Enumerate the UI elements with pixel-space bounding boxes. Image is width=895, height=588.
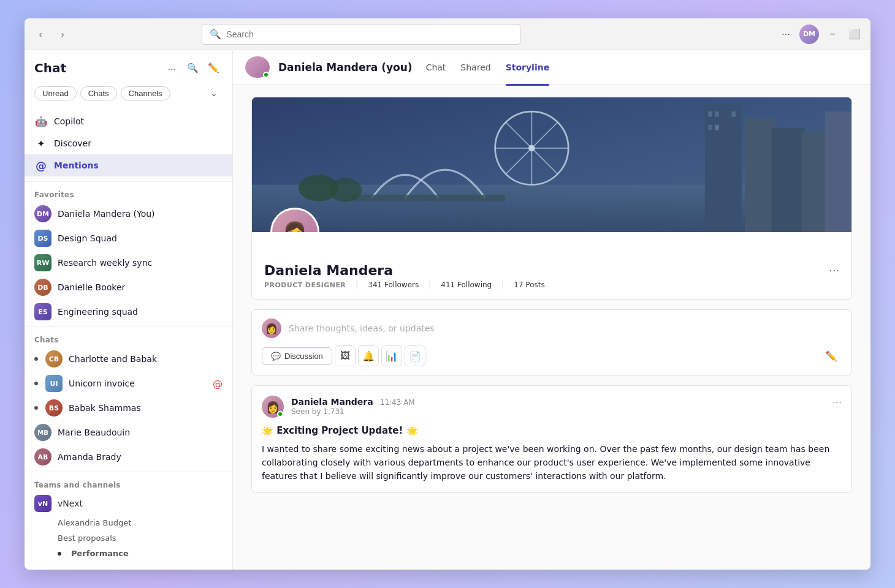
tab-storyline[interactable]: Storyline [506, 60, 549, 75]
teams-item-best-proposals-label: Best proposals [58, 533, 116, 543]
svg-rect-5 [802, 132, 828, 232]
tab-shared[interactable]: Shared [460, 60, 490, 75]
discover-icon: ✦ [34, 137, 48, 150]
poll-button[interactable]: 🔔 [358, 345, 379, 366]
discussion-icon: 💬 [271, 352, 281, 361]
content-header: Daniela Mandera (you) Chat Shared Storyl… [233, 50, 870, 85]
svg-rect-8 [715, 111, 719, 117]
sidebar: Chat ··· 🔍 ✏️ Unread Chats Channels ⌄ 🤖 … [25, 50, 233, 570]
list-item-research-weekly-label: Research weekly sync [58, 258, 152, 268]
profile-more-button[interactable]: ··· [829, 263, 839, 277]
filter-expand-button[interactable]: ⌄ [205, 85, 223, 102]
list-item-design-squad[interactable]: DS Design Squad [25, 226, 232, 251]
svg-rect-9 [731, 111, 736, 117]
svg-rect-7 [708, 111, 712, 117]
teams-section-label: Teams and channels [25, 475, 232, 492]
more-options-button[interactable]: ··· [777, 26, 794, 43]
list-item-danielle-booker[interactable]: DB Danielle Booker [25, 275, 232, 300]
sidebar-item-mentions[interactable]: @ Mentions [25, 154, 232, 176]
sidebar-compose-button[interactable]: ✏️ [204, 59, 223, 77]
teams-item-best-proposals[interactable]: Best proposals [25, 530, 232, 546]
svg-rect-19 [352, 195, 505, 202]
search-bar[interactable]: 🔍 [202, 24, 520, 45]
avatar-marie-beaudouin: MB [34, 424, 51, 441]
composer-edit-button[interactable]: ✏️ [821, 345, 842, 366]
profile-info: Daniela Mandera PRODUCT DESIGNER | 341 F… [252, 232, 851, 299]
post-author-name: Daniela Mandera [291, 397, 373, 407]
post-time: 11:43 AM [380, 398, 415, 407]
sidebar-item-discover-label: Discover [54, 138, 91, 148]
filter-chats[interactable]: Chats [80, 86, 117, 100]
list-item-daniela-you-label: Daniela Mandera (You) [58, 209, 155, 219]
list-item-design-squad-label: Design Squad [58, 233, 117, 243]
doc-button[interactable]: 📄 [405, 345, 425, 366]
title-bar: ‹ › 🔍 ··· DM − ⬜ [25, 18, 870, 50]
maximize-button[interactable]: ⬜ [846, 26, 863, 43]
post-composer: 👩 Share thoughts, ideas, or updates 💬 Di… [251, 309, 852, 375]
teams-item-alexandria[interactable]: Alexandria Budget [25, 515, 232, 530]
list-item-engineering-squad[interactable]: ES Engineering squad [25, 300, 232, 324]
list-item-daniela-you[interactable]: DM Daniela Mandera (You) [25, 202, 232, 226]
main-layout: Chat ··· 🔍 ✏️ Unread Chats Channels ⌄ 🤖 … [25, 50, 870, 570]
sidebar-header-icons: ··· 🔍 ✏️ [162, 59, 223, 77]
filter-unread[interactable]: Unread [34, 86, 77, 100]
chats-section-label: Chats [25, 330, 232, 347]
teams-item-performance[interactable]: Performance [25, 546, 232, 561]
list-item-amanda-brady[interactable]: AB Amanda Brady [25, 445, 232, 469]
avatar-engineering-squad: ES [34, 303, 51, 320]
list-item-babak-shammas[interactable]: BS Babak Shammas [25, 396, 232, 420]
list-item-danielle-booker-label: Danielle Booker [58, 282, 125, 292]
list-item-marie-beaudouin[interactable]: MB Marie Beaudouin [25, 420, 232, 445]
avatar-daniela-you: DM [34, 205, 51, 222]
tab-chat[interactable]: Chat [426, 60, 446, 75]
sidebar-item-discover[interactable]: ✦ Discover [25, 132, 232, 154]
teams-item-vnext-label: vNext [58, 499, 83, 508]
composer-avatar: 👩 [262, 318, 281, 338]
sidebar-item-copilot-label: Copilot [54, 116, 84, 126]
tab-row: Chat Shared Storyline [426, 60, 550, 75]
discussion-button[interactable]: 💬 Discussion [262, 347, 332, 365]
post-seen: Seen by 1,731 [291, 407, 825, 416]
teams-item-performance-label: Performance [71, 549, 129, 558]
storyline-scroll[interactable]: 👩 Daniela Mandera PRODUCT DESIGNER | [233, 85, 870, 570]
favorites-section-label: Favorites [25, 184, 232, 202]
sidebar-more-button[interactable]: ··· [162, 59, 181, 77]
avatar-vnext: vN [34, 495, 51, 512]
profile-following: 411 Following [441, 281, 492, 289]
profile-avatar-large: 👩 [270, 208, 319, 232]
bullet-performance [58, 552, 61, 556]
back-button[interactable]: ‹ [32, 26, 49, 43]
svg-point-21 [329, 178, 362, 202]
svg-rect-3 [745, 118, 775, 232]
profile-card: 👩 Daniela Mandera PRODUCT DESIGNER | [251, 97, 852, 300]
profile-role: PRODUCT DESIGNER [264, 281, 346, 289]
sidebar-item-copilot[interactable]: 🤖 Copilot [25, 110, 232, 132]
image-button[interactable]: 🖼 [335, 345, 356, 366]
chart-button[interactable]: 📊 [381, 345, 402, 366]
search-icon: 🔍 [210, 29, 221, 40]
list-item-research-weekly[interactable]: RW Research weekly sync [25, 251, 232, 275]
search-input[interactable] [226, 29, 512, 39]
svg-rect-6 [825, 111, 851, 232]
sidebar-search-button[interactable]: 🔍 [183, 59, 202, 77]
forward-button[interactable]: › [54, 26, 71, 43]
list-item-charlotte-babak[interactable]: CB Charlotte and Babak [25, 347, 232, 371]
composer-input[interactable]: Share thoughts, ideas, or updates [289, 323, 842, 333]
title-bar-right: ··· DM − ⬜ [777, 24, 863, 44]
teams-item-vnext[interactable]: vN vNext [25, 492, 232, 515]
list-item-charlotte-babak-label: Charlotte and Babak [69, 354, 157, 364]
avatar-research-weekly: RW [34, 254, 51, 271]
list-item-unicorn-invoice[interactable]: UI Unicorn invoice @ [25, 371, 232, 396]
minimize-button[interactable]: − [824, 26, 841, 43]
avatar-design-squad: DS [34, 230, 51, 247]
bullet-charlotte-babak [34, 357, 38, 361]
list-item-marie-beaudouin-label: Marie Beaudouin [58, 428, 130, 437]
bullet-unicorn-invoice [34, 382, 38, 385]
filter-row: Unread Chats Channels ⌄ [25, 82, 232, 108]
post-more-button[interactable]: ··· [832, 396, 842, 409]
user-avatar-title[interactable]: DM [799, 24, 819, 44]
filter-channels[interactable]: Channels [121, 86, 170, 100]
header-user-name: Daniela Mandera (you) [278, 61, 413, 74]
profile-posts: 17 Posts [514, 281, 544, 289]
avatar-danielle-booker: DB [34, 279, 51, 296]
